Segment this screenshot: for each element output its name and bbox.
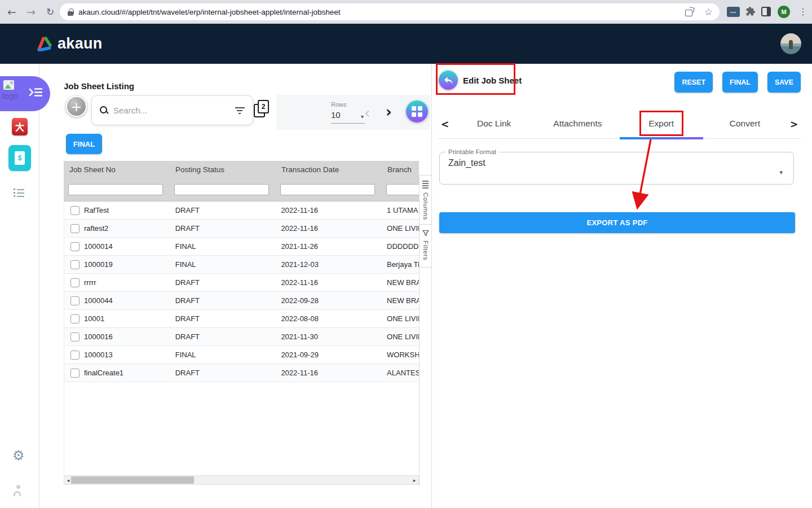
side-panel-icon[interactable]	[761, 7, 771, 16]
filters-vertical-tab[interactable]: Filters	[420, 225, 431, 268]
cell-branch: NEW BRAN	[382, 278, 419, 287]
horizontal-scrollbar[interactable]: ◂ ▸	[64, 475, 419, 485]
row-checkbox[interactable]	[70, 242, 80, 251]
tenant-logo-banner[interactable]: logo	[0, 76, 50, 111]
reply-arrow-icon	[443, 76, 454, 85]
tab-export-label: Export	[648, 119, 674, 128]
tab-doc-link[interactable]: Doc Link	[452, 110, 536, 139]
col-header-branch[interactable]: Branch	[382, 165, 419, 174]
final-filter-button[interactable]: FINAL	[66, 134, 102, 154]
duplicate-pages-icon[interactable]: 2	[254, 100, 269, 117]
cell-date: 2021-09-29	[276, 351, 382, 359]
row-checkbox[interactable]	[70, 351, 80, 360]
search-box[interactable]	[91, 95, 253, 125]
tab-attachments[interactable]: Attachments	[536, 110, 619, 139]
save-button[interactable]: SAVE	[767, 72, 801, 93]
cell-date: 2021-11-30	[276, 332, 382, 341]
cell-date: 2022-09-28	[276, 296, 382, 305]
akaun-triangle-icon	[36, 36, 53, 51]
app-icon-red-da[interactable]	[12, 118, 28, 135]
columns-vertical-tab[interactable]: Columns	[420, 175, 431, 225]
cell-branch: 1 UTAMA	[382, 206, 419, 214]
settings-gear-icon[interactable]: ⚙	[12, 448, 25, 463]
previous-page-icon[interactable]: ‹	[364, 104, 370, 121]
table-row[interactable]: raftest2 DRAFT 2022-11-16 ONE LIVING	[64, 220, 419, 238]
grid-view-button[interactable]	[406, 100, 428, 122]
url-text[interactable]: akaun.cloud/#/applet/tnt/wavelet/erp/int…	[78, 8, 341, 16]
extensions-puzzle-icon[interactable]	[745, 6, 756, 19]
rows-per-page-select[interactable]: 10 ▾	[331, 110, 365, 124]
table-row[interactable]: 1000044 DRAFT 2022-09-28 NEW BRAN	[64, 292, 419, 310]
table-side-tabs: Columns Filters	[419, 175, 431, 487]
next-page-icon[interactable]: ›	[386, 103, 392, 120]
caret-down-icon: ▾	[361, 113, 364, 120]
row-checkbox[interactable]	[70, 314, 80, 323]
row-checkbox[interactable]	[70, 260, 80, 269]
list-menu-icon[interactable]	[14, 189, 24, 199]
share-icon[interactable]	[685, 7, 694, 16]
dropdown-caret-icon[interactable]: ▾	[779, 169, 783, 176]
table-row[interactable]: 1000016 DRAFT 2021-11-30 ONE LIVING	[64, 328, 419, 346]
table-row[interactable]: finalCreate1 DRAFT 2022-11-16 ALANTEST1	[64, 364, 419, 382]
table-row[interactable]: rrrrr DRAFT 2022-11-16 NEW BRAN	[64, 274, 419, 292]
table-row[interactable]: 10001 DRAFT 2022-08-08 ONE LIVING	[64, 310, 419, 328]
filter-input-jobsheet-no[interactable]	[68, 184, 163, 195]
filters-tab-label: Filters	[422, 240, 429, 261]
row-checkbox[interactable]	[70, 224, 80, 233]
browser-reload-icon[interactable]: ↻	[42, 0, 59, 24]
row-checkbox[interactable]	[70, 369, 80, 378]
cell-branch: ONE LIVING	[382, 224, 419, 233]
browser-menu-icon[interactable]: ⋮	[798, 6, 807, 17]
lock-icon	[68, 8, 73, 16]
tab-convert[interactable]: Convert	[703, 110, 787, 139]
table-row[interactable]: RafTest DRAFT 2022-11-16 1 UTAMA	[64, 202, 419, 220]
back-button[interactable]	[439, 71, 458, 90]
table-row[interactable]: 1000014 FINAL 2021-11-26 DDDDDDDD	[64, 238, 419, 256]
printable-format-value: Zain_test	[448, 158, 793, 168]
export-as-pdf-button[interactable]: EXPORT AS PDF	[439, 212, 795, 233]
table-row[interactable]: 1000019 FINAL 2021-12-03 Berjaya Tim	[64, 256, 419, 274]
scroll-right-icon[interactable]: ▸	[411, 476, 418, 484]
row-checkbox[interactable]	[70, 206, 80, 215]
bookmark-star-icon[interactable]: ☆	[704, 7, 713, 17]
cell-date: 2022-11-16	[276, 369, 382, 377]
reset-button[interactable]: RESET	[674, 72, 713, 93]
cell-branch: WORKSHO	[382, 351, 419, 359]
tabs-scroll-right-icon[interactable]: >	[787, 119, 801, 130]
app-icon-jobsheet[interactable]: $	[8, 145, 31, 171]
filter-input-transaction-date[interactable]	[280, 184, 375, 195]
akaun-logo[interactable]: akaun	[36, 35, 103, 52]
filter-list-icon[interactable]	[235, 107, 245, 114]
col-header-transaction-date[interactable]: Transaction Date	[276, 165, 382, 174]
address-bar[interactable]: akaun.cloud/#/applet/tnt/wavelet/erp/int…	[60, 3, 720, 20]
user-avatar[interactable]	[780, 33, 801, 54]
scrollbar-thumb[interactable]	[71, 476, 194, 484]
menu-open-icon[interactable]	[29, 87, 42, 97]
active-tab-indicator	[620, 137, 703, 139]
profile-person-icon[interactable]	[14, 485, 26, 497]
cell-no: 1000013	[84, 351, 113, 359]
row-checkbox[interactable]	[70, 296, 80, 305]
printable-format-select[interactable]: Printable Format Zain_test ▾	[439, 148, 794, 185]
editor-actions: RESET FINAL SAVE	[674, 72, 801, 93]
final-button[interactable]: FINAL	[722, 72, 758, 93]
app-header: akaun	[0, 24, 812, 64]
filter-input-branch[interactable]	[386, 184, 419, 195]
cell-status: DRAFT	[170, 332, 276, 341]
search-input[interactable]	[113, 106, 235, 115]
table-row[interactable]: 1000013 FINAL 2021-09-29 WORKSHO	[64, 346, 419, 364]
col-header-jobsheet-no[interactable]: Job Sheet No	[64, 165, 170, 174]
add-jobsheet-button[interactable]: +	[66, 96, 87, 117]
browser-forward-icon[interactable]: →	[23, 0, 39, 24]
password-extension-icon[interactable]: •••	[727, 7, 740, 17]
filter-input-posting-status[interactable]	[174, 184, 269, 195]
row-checkbox[interactable]	[70, 332, 80, 341]
col-header-posting-status[interactable]: Posting Status	[170, 165, 276, 174]
tab-export[interactable]: Export	[620, 110, 703, 139]
tabs-scroll-left-icon[interactable]: <	[438, 119, 452, 130]
cell-date: 2022-11-16	[276, 206, 382, 214]
row-checkbox[interactable]	[70, 278, 80, 287]
browser-profile-avatar[interactable]: M	[778, 6, 790, 18]
cell-date: 2022-11-16	[276, 278, 382, 287]
browser-back-icon[interactable]: ←	[3, 0, 20, 24]
